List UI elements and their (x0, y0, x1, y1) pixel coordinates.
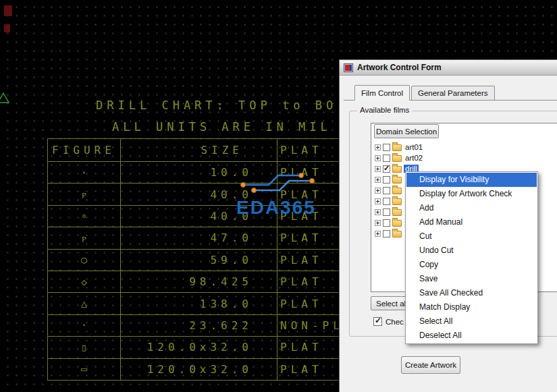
figure-symbol: ᴘ (48, 184, 121, 204)
drill-size: 120.0x32.0 (121, 359, 277, 380)
expand-icon[interactable] (375, 177, 381, 183)
film-checkbox[interactable] (383, 165, 390, 173)
menu-item-undo-cut[interactable]: Undo Cut (406, 244, 537, 258)
menu-item-display-for-artwork-check[interactable]: Display for Artwork Check (406, 187, 537, 201)
drill-size: 59.0 (121, 250, 277, 271)
film-checkbox[interactable] (383, 230, 390, 237)
watermark-text: EDA365 (236, 197, 325, 219)
tab-strip: Film Control General Parameters (344, 85, 557, 101)
menu-item-display-for-visibility[interactable]: Display for Visibility (406, 173, 537, 187)
expand-icon[interactable] (375, 198, 381, 204)
drill-size: 98.425 (121, 271, 277, 292)
expand-icon[interactable] (375, 220, 381, 226)
menu-item-select-all[interactable]: Select All (406, 314, 537, 329)
tree-item-label: art02 (404, 154, 424, 162)
figure-symbol: ᴘ (48, 227, 121, 248)
pcb-object-red (4, 24, 10, 32)
column-header-figure: FIGURE (48, 139, 121, 161)
expand-icon[interactable] (375, 209, 381, 215)
menu-item-deselect-all[interactable]: Deselect All (406, 329, 537, 343)
folder-icon (392, 209, 402, 216)
menu-item-match-display[interactable]: Match Display (406, 300, 537, 314)
tab-general-parameters[interactable]: General Parameters (411, 86, 495, 100)
available-films-group-label: Available films (357, 106, 412, 114)
menu-item-add-manual[interactable]: Add Manual (406, 215, 537, 229)
expand-icon[interactable] (375, 144, 381, 150)
folder-icon (392, 231, 402, 237)
menu-item-cut[interactable]: Cut (406, 229, 537, 244)
expand-icon[interactable] (375, 166, 381, 172)
figure-symbol: ◇ (48, 271, 121, 292)
drill-chart-title: DRILL CHART: TOP to BO (96, 99, 337, 112)
film-checkbox[interactable] (383, 176, 390, 184)
film-checkbox[interactable] (383, 208, 390, 216)
context-menu: Display for Visibility Display for Artwo… (405, 171, 538, 344)
folder-icon (392, 188, 402, 194)
dialog-titlebar[interactable]: Artwork Control Form (340, 60, 557, 76)
tab-film-control[interactable]: Film Control (354, 85, 410, 101)
domain-selection-button[interactable]: Domain Selection (374, 124, 439, 138)
expand-icon[interactable] (375, 188, 381, 194)
drill-size: 120.0x32.0 (121, 337, 277, 358)
figure-symbol: ▯ (48, 337, 121, 358)
tree-item-art01[interactable]: art01 (375, 142, 557, 152)
menu-item-copy[interactable]: Copy (406, 258, 537, 272)
figure-symbol: ▭ (48, 359, 121, 380)
film-checkbox[interactable] (383, 219, 390, 227)
menu-item-add[interactable]: Add (406, 201, 537, 215)
check-database-label: Chec (386, 318, 404, 326)
check-database-row: Chec (373, 317, 404, 326)
drill-size: 138.0 (121, 293, 277, 314)
expand-icon[interactable] (375, 231, 381, 237)
origin-marker-icon (0, 92, 10, 104)
menu-item-save[interactable]: Save (406, 272, 537, 286)
drill-size: 23.622 (121, 315, 277, 336)
figure-symbol: ○ (48, 250, 121, 271)
menu-item-save-all-checked[interactable]: Save All Checked (406, 286, 537, 300)
film-checkbox[interactable] (383, 144, 390, 151)
figure-symbol: ∘ (48, 206, 121, 227)
column-header-size: SIZE (121, 139, 277, 161)
pcb-editor-canvas[interactable]: DRILL CHART: TOP to BO ALL UNITS ARE IN … (0, 0, 557, 392)
film-checkbox[interactable] (383, 187, 390, 194)
figure-symbol: · (48, 315, 121, 336)
drill-size: 47.0 (121, 227, 277, 248)
drill-chart-units: ALL UNITS ARE IN MIL (112, 120, 331, 134)
dialog-title: Artwork Control Form (357, 63, 442, 72)
figure-symbol: · (48, 162, 121, 183)
folder-icon (392, 198, 402, 205)
film-checkbox[interactable] (383, 155, 390, 162)
check-database-checkbox[interactable] (373, 317, 382, 326)
film-checkbox[interactable] (383, 198, 390, 205)
folder-icon (392, 220, 402, 227)
dialog-icon (344, 63, 353, 72)
tree-item-label: art01 (404, 143, 424, 151)
tree-item-art02[interactable]: art02 (375, 152, 557, 163)
create-artwork-button[interactable]: Create Artwork (401, 356, 460, 374)
folder-icon (392, 155, 402, 162)
expand-icon[interactable] (375, 155, 381, 161)
folder-icon (392, 166, 402, 173)
pcb-object-red (4, 5, 12, 16)
eda365-watermark: EDA365 (236, 166, 325, 219)
folder-icon (392, 177, 402, 184)
folder-icon (392, 144, 402, 151)
figure-symbol: △ (48, 293, 121, 314)
circuit-trace-icon (236, 166, 325, 196)
